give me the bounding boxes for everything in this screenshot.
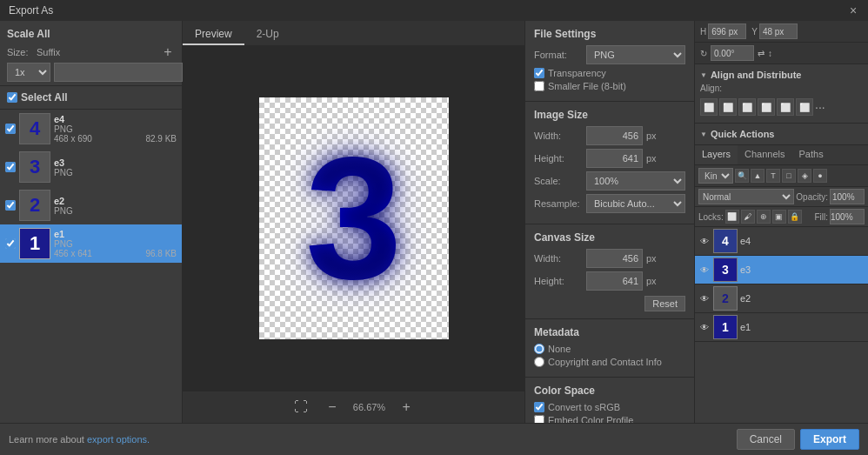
metadata-none-label[interactable]: None [548,344,571,354]
list-item[interactable]: 1 e1 PNG 456 x 641 96.8 KB [0,224,182,263]
scale-select[interactable]: 100% 50% 200% [586,171,685,191]
center-panel: Preview 2-Up 3 ⛶ − 66.67% + [183,21,524,423]
layers-list: 👁 4 e4 👁 3 e3 👁 [695,227,868,342]
y-input[interactable] [759,23,798,39]
eye-icon-e1[interactable]: 👁 [698,321,711,333]
filter-icon[interactable]: ● [813,169,827,183]
opacity-input[interactable] [830,189,865,204]
item-filesize-e1: 96.8 KB [145,249,177,258]
resample-select[interactable]: Bicubic Auto... Bicubic Bilinear [586,194,685,213]
item-checkbox-e3[interactable] [5,162,16,172]
zoom-in-button[interactable]: + [396,397,417,418]
bottom-bar: Learn more about export options. Cancel … [0,423,868,455]
convert-srgb-checkbox[interactable] [534,402,544,412]
lock-position-icon[interactable]: ⊕ [757,210,771,224]
embed-profile-label[interactable]: Embed Color Profile [548,415,633,423]
align-center-h-button[interactable]: ⬜ [719,98,737,116]
height-input[interactable] [586,149,643,168]
tab-channels[interactable]: Channels [738,145,791,164]
format-select[interactable]: PNG JPG GIF SVG [586,45,685,64]
metadata-copyright-radio[interactable] [534,357,544,367]
add-scale-button[interactable]: + [161,45,175,59]
align-section-header[interactable]: ▼ Align and Distribute [700,68,863,82]
color-space-title: Color Space [534,385,685,397]
format-row: Format: PNG JPG GIF SVG [534,45,685,64]
align-bottom-button[interactable]: ⬜ [796,98,813,116]
layer-item-e4[interactable]: 👁 4 e4 [695,227,868,256]
tab-paths[interactable]: Paths [792,145,831,164]
reset-button[interactable]: Reset [644,296,685,311]
item-filesize-e4: 82.9 KB [145,134,177,144]
tab-2up[interactable]: 2-Up [244,24,291,45]
close-button[interactable]: × [847,4,859,17]
item-name-e1: e1 [54,229,177,239]
embed-profile-row: Embed Color Profile [534,415,685,423]
item-checkbox-e4[interactable] [5,124,16,134]
type-icon[interactable]: T [766,169,780,183]
align-label: Align: [700,84,722,93]
tab-layers[interactable]: Layers [695,145,738,164]
metadata-none-radio[interactable] [534,344,544,354]
smaller-file-checkbox[interactable] [534,81,544,91]
list-item[interactable]: 3 e3 PNG [0,148,182,186]
rotation-input[interactable] [711,45,754,61]
blend-mode-select[interactable]: Normal [698,189,794,204]
convert-srgb-label[interactable]: Convert to sRGB [548,402,620,412]
quick-actions-header[interactable]: ▼ Quick Actions [700,127,863,141]
lock-paint-icon[interactable]: 🖌 [741,210,755,224]
lock-all-icon[interactable]: 🔒 [788,210,802,224]
title-bar: Export As × [0,0,868,21]
align-center-v-button[interactable]: ⬜ [777,98,794,116]
width-input[interactable] [586,126,643,145]
smaller-file-label[interactable]: Smaller File (8-bit) [548,81,626,91]
layer-filter-icon[interactable]: 🔍 [735,169,749,183]
canvas-height-input[interactable] [586,271,643,291]
smaller-file-row: Smaller File (8-bit) [534,81,685,91]
fit-to-screen-button[interactable]: ⛶ [290,397,311,418]
list-item[interactable]: 4 e4 PNG 468 x 690 82.9 KB [0,110,182,148]
adjustment-icon[interactable]: ▲ [751,169,765,183]
export-button[interactable]: Export [800,429,859,450]
export-options-link[interactable]: export options. [87,434,150,445]
eye-icon-e3[interactable]: 👁 [698,264,711,276]
shape-icon[interactable]: □ [782,169,796,183]
layer-item-e2[interactable]: 👁 2 e2 [695,284,868,313]
zoom-out-button[interactable]: − [322,397,343,418]
height-label: Height: [534,153,583,164]
convert-srgb-row: Convert to sRGB [534,402,685,412]
lock-transparent-icon[interactable]: ⬜ [725,210,739,224]
select-all-checkbox[interactable] [7,92,17,103]
layer-item-e3[interactable]: 👁 3 e3 [695,256,868,284]
align-top-button[interactable]: ⬜ [758,98,775,116]
select-all-label[interactable]: Select All [21,91,68,104]
layer-thumb-e3: 3 [713,258,738,282]
lock-artboard-icon[interactable]: ▣ [772,210,786,224]
item-name-e4: e4 [54,114,177,124]
align-left-button[interactable]: ⬜ [700,98,718,116]
h-label: H [700,27,706,37]
align-more-button[interactable]: ··· [815,98,825,116]
eye-icon-e2[interactable]: 👁 [698,292,711,304]
scale-select[interactable]: 1x 2x 0.5x [7,63,50,82]
embed-profile-checkbox[interactable] [534,415,544,423]
align-right-button[interactable]: ⬜ [738,98,756,116]
fill-input[interactable] [830,209,865,224]
cancel-button[interactable]: Cancel [737,429,795,450]
tab-preview[interactable]: Preview [183,24,244,45]
layer-thumb-e4: 4 [713,229,738,253]
suffix-input[interactable] [54,63,183,82]
h-input[interactable] [708,23,746,39]
item-checkbox-e2[interactable] [5,200,16,211]
list-item[interactable]: 2 e2 PNG [0,186,182,224]
transparency-checkbox[interactable] [534,68,544,78]
canvas-width-input[interactable] [586,249,643,268]
transparency-label[interactable]: Transparency [548,68,606,78]
layer-item-e1[interactable]: 👁 1 e1 [695,313,868,342]
scale-label: Scale: [534,176,583,186]
eye-icon-e4[interactable]: 👁 [698,235,711,247]
layer-name-e1: e1 [740,322,751,332]
kind-select[interactable]: Kind [698,168,733,184]
item-checkbox-e1[interactable] [5,238,16,249]
metadata-copyright-label[interactable]: Copyright and Contact Info [548,357,662,367]
smart-icon[interactable]: ◈ [798,169,811,183]
